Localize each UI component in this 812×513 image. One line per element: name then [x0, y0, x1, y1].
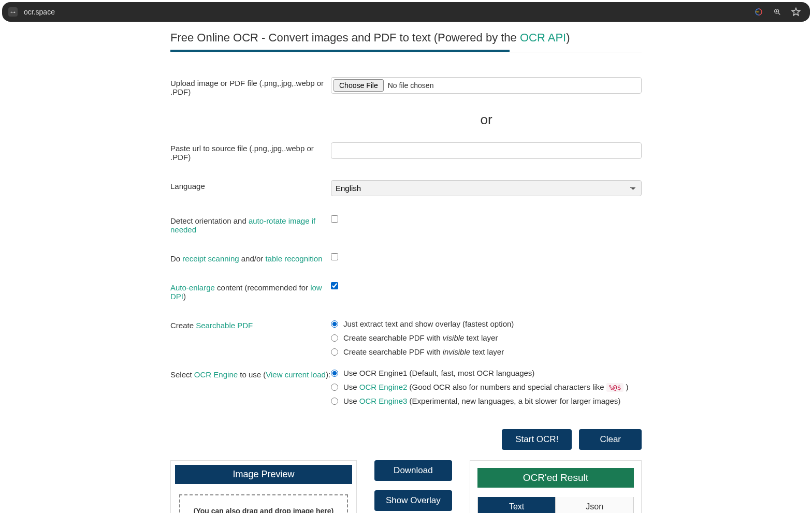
ocr-engine-link[interactable]: OCR Engine — [194, 370, 238, 379]
dropzone[interactable]: (You can also drag and drop image here) — [179, 494, 348, 513]
tab-text[interactable]: Text — [478, 497, 556, 513]
table-recognition-link[interactable]: table recognition — [265, 254, 322, 263]
page-title: Free Online OCR - Convert images and PDF… — [170, 31, 642, 45]
file-input-container[interactable]: Choose File No file chosen — [331, 77, 642, 94]
choose-file-button[interactable]: Choose File — [334, 79, 384, 92]
title-prefix: Free Online OCR - Convert images and PDF… — [170, 31, 520, 44]
show-overlay-button[interactable]: Show Overlay — [374, 490, 452, 511]
download-button[interactable]: Download — [374, 460, 452, 481]
engine-options-group: Use OCR Engine1 (Default, fast, most OCR… — [331, 369, 642, 411]
receipt-scanning-link[interactable]: receipt scanning — [182, 254, 239, 263]
receipt-table-checkbox[interactable] — [331, 253, 338, 260]
paste-url-label: Paste url to source file (.png,.jpg,.web… — [170, 142, 331, 162]
engine-option-1[interactable]: Use OCR Engine1 (Default, fast, most OCR… — [331, 369, 642, 377]
zoom-icon[interactable] — [773, 7, 782, 17]
title-underline — [170, 50, 510, 52]
pdf-option-invisible[interactable]: Create searchable PDF with invisible tex… — [331, 347, 642, 356]
pdf-options-group: Just extract text and show overlay (fast… — [331, 319, 642, 361]
select-engine-label: Select OCR Engine to use (View current l… — [170, 369, 331, 379]
upload-label: Upload image or PDF file (.png,.jpg,.web… — [170, 77, 331, 96]
result-header: OCR'ed Result — [477, 468, 634, 488]
language-select[interactable]: English — [331, 180, 642, 196]
pdf-option-visible[interactable]: Create searchable PDF with visible text … — [331, 333, 642, 342]
result-panel: OCR'ed Result Text Json — [470, 460, 642, 513]
url-text: ocr.space — [24, 8, 55, 16]
ocr-api-link[interactable]: OCR API — [520, 31, 566, 44]
detect-orientation-label: Detect orientation and auto-rotate image… — [170, 215, 331, 234]
site-settings-icon[interactable]: ⊶ — [8, 7, 18, 17]
engine-option-2[interactable]: Use OCR Engine2 (Good OCR also for numbe… — [331, 383, 642, 391]
browser-address-bar[interactable]: ⊶ ocr.space — [2, 2, 810, 22]
pdf-option-extract[interactable]: Just extract text and show overlay (fast… — [331, 319, 642, 328]
file-status-text: No file chosen — [388, 81, 434, 90]
bookmark-star-icon[interactable] — [791, 7, 801, 17]
result-tabs: Text Json — [477, 497, 634, 513]
svg-line-2 — [778, 13, 780, 14]
receipt-table-label: Do receipt scanning and/or table recogni… — [170, 253, 331, 263]
engine-option-3[interactable]: Use OCR Engine3 (Experimental, new langu… — [331, 397, 642, 405]
svg-marker-5 — [792, 8, 800, 16]
auto-enlarge-checkbox[interactable] — [331, 282, 338, 289]
google-icon[interactable] — [754, 7, 763, 17]
auto-enlarge-link[interactable]: Auto-enlarge — [170, 283, 215, 292]
or-separator: or — [170, 112, 642, 128]
tab-json[interactable]: Json — [555, 497, 633, 513]
language-label: Language — [170, 180, 331, 190]
start-ocr-button[interactable]: Start OCR! — [502, 429, 572, 450]
create-pdf-label: Create Searchable PDF — [170, 319, 331, 330]
title-suffix: ) — [566, 31, 570, 44]
image-preview-panel: Image Preview (You can also drag and dro… — [170, 460, 357, 513]
view-load-link[interactable]: View current load — [266, 370, 326, 379]
url-input[interactable] — [331, 142, 642, 159]
detect-orientation-checkbox[interactable] — [331, 215, 338, 223]
auto-enlarge-label: Auto-enlarge content (recommended for lo… — [170, 282, 331, 301]
searchable-pdf-link[interactable]: Searchable PDF — [196, 321, 253, 330]
clear-button[interactable]: Clear — [579, 429, 642, 450]
image-preview-header: Image Preview — [175, 465, 352, 484]
